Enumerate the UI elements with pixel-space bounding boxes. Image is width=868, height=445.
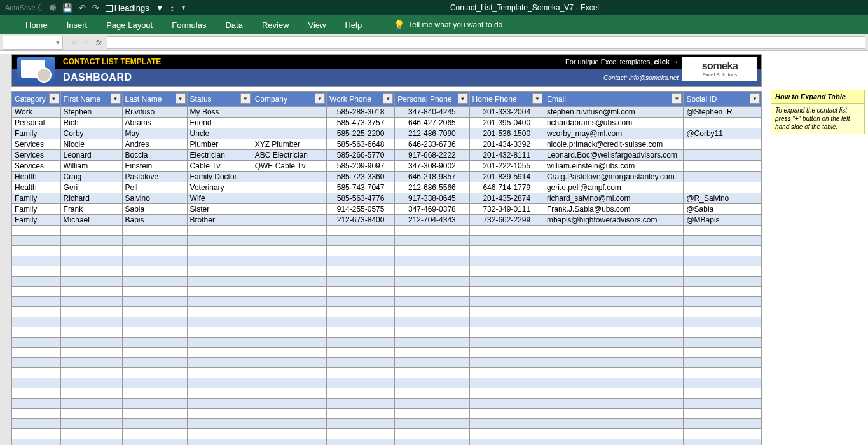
table-cell[interactable] [187,297,252,307]
table-cell[interactable] [60,439,122,446]
tab-data[interactable]: Data [225,20,242,30]
table-cell[interactable]: Craig.Pastolove@morganstanley.com [544,172,683,182]
table-cell[interactable] [469,256,544,266]
filter-dropdown-icon[interactable]: ▼ [672,93,682,104]
table-cell[interactable] [544,439,683,446]
table-cell[interactable]: geri.e.pell@ampf.com [544,182,683,193]
table-cell[interactable] [544,358,683,368]
table-cell[interactable] [327,439,395,446]
table-cell[interactable] [252,277,326,287]
table-cell[interactable] [252,358,326,368]
table-cell[interactable] [252,307,326,317]
table-cell[interactable] [60,236,122,246]
table-cell[interactable]: Bapis [122,215,187,226]
table-row[interactable]: WorkStephenRuvitusoMy Boss585-288-301834… [12,107,762,118]
table-cell[interactable]: Frank.J.Sabia@ubs.com [544,204,683,215]
table-cell[interactable]: 347-840-4245 [395,107,469,118]
table-cell[interactable] [327,226,395,236]
table-cell[interactable] [327,409,395,419]
table-cell[interactable]: 646-714-1779 [469,182,544,193]
table-cell[interactable] [684,226,762,236]
table-cell[interactable] [187,246,252,256]
table-cell[interactable] [12,277,61,287]
contact-table[interactable]: Category▼First Name▼Last Name▼Status▼Com… [11,91,762,445]
table-cell[interactable] [60,266,122,277]
table-cell[interactable] [327,317,395,327]
table-cell[interactable] [12,246,61,256]
table-cell[interactable]: 201-395-0400 [469,118,544,128]
worksheet[interactable]: someka Excel Solutions CONTACT LIST TEMP… [0,51,868,445]
table-cell[interactable] [12,256,61,266]
table-cell[interactable] [122,348,187,358]
table-cell[interactable]: mbapis@hightoweradvisors.com [544,215,683,226]
table-cell[interactable] [252,128,326,139]
table-row[interactable]: HealthGeriPellVeterinary585-743-7047212-… [12,182,762,193]
column-header[interactable]: Email▼ [544,92,683,107]
enter-icon[interactable]: ✓ [83,38,90,47]
table-cell[interactable] [395,266,469,277]
table-cell[interactable] [684,317,762,327]
table-cell[interactable]: Pell [122,182,187,193]
table-cell[interactable] [122,338,187,348]
table-cell[interactable] [469,429,544,439]
table-cell[interactable] [469,348,544,358]
table-cell[interactable] [684,161,762,172]
table-cell[interactable] [327,287,395,297]
table-cell[interactable] [684,348,762,358]
table-cell[interactable] [12,378,61,388]
table-cell[interactable] [544,409,683,419]
table-cell[interactable]: 212-704-4343 [395,215,469,226]
table-cell[interactable] [684,150,762,161]
table-cell[interactable] [684,358,762,368]
table-cell[interactable] [12,266,61,277]
table-cell[interactable]: richardabrams@ubs.com [544,118,683,128]
tab-help[interactable]: Help [345,20,362,30]
cancel-icon[interactable]: ✕ [71,38,77,47]
table-cell[interactable]: Abrams [122,118,187,128]
table-cell[interactable] [252,226,326,236]
filter-dropdown-icon[interactable]: ▼ [315,93,325,104]
table-cell[interactable] [327,429,395,439]
table-cell[interactable] [252,327,326,338]
table-cell[interactable] [395,338,469,348]
filter-dropdown-icon[interactable]: ▼ [532,93,542,104]
table-cell[interactable]: Nicole [60,139,122,150]
table-cell[interactable]: 585-563-4776 [327,193,395,204]
table-cell[interactable] [327,297,395,307]
table-cell[interactable] [252,256,326,266]
table-cell[interactable] [60,409,122,419]
table-cell[interactable]: Richard [60,193,122,204]
table-cell[interactable]: Services [12,139,61,150]
table-cell[interactable] [327,277,395,287]
table-row-empty[interactable] [12,277,762,287]
table-cell[interactable]: Leonard.Boc@wellsfargoadvisors.com [544,150,683,161]
column-header[interactable]: Personal Phone▼ [395,92,469,107]
table-cell[interactable]: Work [12,107,61,118]
table-cell[interactable] [187,266,252,277]
table-cell[interactable]: 212-486-7090 [395,128,469,139]
table-cell[interactable] [252,317,326,327]
table-row[interactable]: ServicesLeonardBocciaElectricianABC Elec… [12,150,762,161]
column-header[interactable]: First Name▼ [60,92,122,107]
table-cell[interactable] [12,287,61,297]
table-cell[interactable] [122,439,187,446]
table-cell[interactable]: 212-673-8400 [327,215,395,226]
table-cell[interactable] [469,338,544,348]
table-cell[interactable] [122,388,187,399]
filter-dropdown-icon[interactable]: ▼ [383,93,393,104]
table-cell[interactable]: Family Doctor [187,172,252,182]
table-cell[interactable] [252,118,326,128]
table-cell[interactable] [327,348,395,358]
table-cell[interactable]: stephen.ruvituso@ml.com [544,107,683,118]
table-cell[interactable]: @MBapis [684,215,762,226]
table-cell[interactable]: 585-563-6648 [327,139,395,150]
table-cell[interactable] [684,277,762,287]
table-cell[interactable]: Stephen [60,107,122,118]
table-cell[interactable]: @Sabia [684,204,762,215]
table-cell[interactable] [252,287,326,297]
table-cell[interactable] [327,399,395,409]
table-cell[interactable] [122,307,187,317]
table-cell[interactable] [544,287,683,297]
column-header[interactable]: Work Phone▼ [327,92,395,107]
table-row-empty[interactable] [12,338,762,348]
